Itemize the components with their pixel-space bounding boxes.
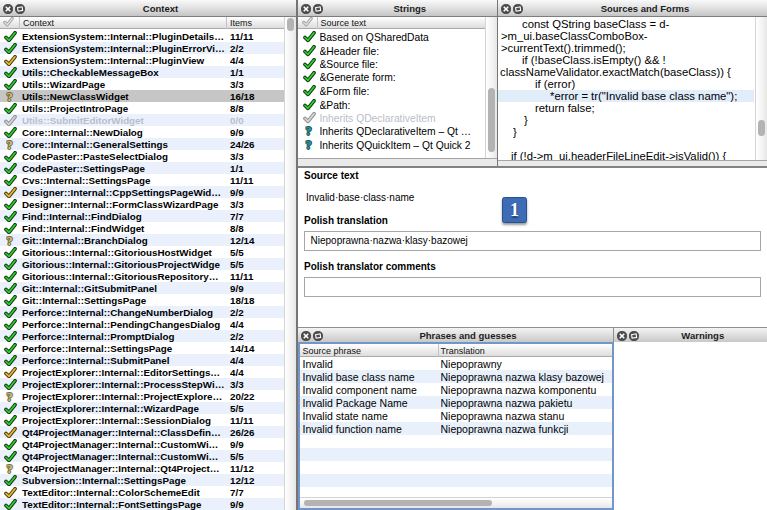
svg-text:?: ? (305, 125, 311, 137)
svg-text:?: ? (305, 139, 311, 151)
svg-text:?: ? (6, 391, 12, 403)
svg-text:?: ? (6, 91, 12, 103)
svg-text:?: ? (6, 139, 12, 151)
svg-text:?: ? (6, 463, 12, 475)
svg-text:?: ? (6, 235, 12, 247)
